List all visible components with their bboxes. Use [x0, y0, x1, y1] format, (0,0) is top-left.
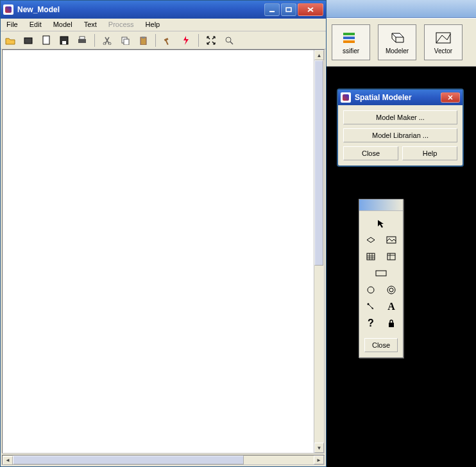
svg-rect-11: [124, 39, 129, 45]
vertical-scrollbar[interactable]: ▲ ▼: [314, 50, 324, 453]
window-title: New_Model: [17, 5, 264, 14]
model-maker-button[interactable]: Model Maker ...: [343, 110, 457, 124]
svg-rect-6: [78, 39, 86, 43]
classifier-button[interactable]: ssifier: [332, 24, 370, 60]
svg-rect-2: [24, 38, 32, 44]
dialog-title: Spatial Modeler: [355, 93, 441, 102]
new-folder-icon[interactable]: [21, 33, 35, 47]
close-button[interactable]: [298, 3, 323, 16]
scroll-thumb[interactable]: [314, 60, 323, 266]
svg-point-23: [368, 287, 374, 293]
titlebar: New_Model: [1, 1, 326, 19]
menu-help[interactable]: Help: [140, 19, 166, 31]
copy-icon[interactable]: [118, 33, 132, 47]
scroll-right-icon[interactable]: ►: [314, 455, 324, 464]
separator: [155, 34, 156, 47]
zoom-icon[interactable]: [222, 33, 236, 47]
toolbar: [1, 31, 326, 49]
separator: [94, 34, 95, 47]
cut-icon[interactable]: [100, 33, 114, 47]
svg-point-24: [387, 286, 395, 294]
menu-model[interactable]: Model: [47, 19, 78, 31]
background-window: ssifier Modeler Vector Spatial Modeler: [327, 0, 476, 467]
svg-rect-13: [142, 37, 145, 38]
lightning-icon[interactable]: [179, 33, 193, 47]
svg-rect-27: [389, 323, 394, 327]
scroll-left-icon[interactable]: ◄: [3, 456, 13, 465]
vector-icon: [434, 31, 452, 46]
spatial-modeler-dialog: Spatial Modeler Model Maker ... Model Li…: [337, 89, 464, 167]
svg-rect-22: [376, 271, 386, 276]
dialog-icon: [341, 92, 351, 103]
expand-icon[interactable]: [204, 33, 218, 47]
raster-tool[interactable]: [362, 233, 380, 247]
svg-rect-1: [286, 8, 291, 12]
arrow-tool[interactable]: [372, 216, 390, 230]
menu-edit[interactable]: Edit: [24, 19, 47, 31]
parent-titlebar-fragment: [327, 0, 476, 18]
svg-point-25: [389, 288, 393, 292]
tool-palette: A ? Close: [359, 199, 404, 358]
model-librarian-button[interactable]: Model Librarian ...: [343, 128, 457, 142]
paste-icon[interactable]: [136, 33, 150, 47]
vector-label: Vector: [434, 47, 452, 55]
menubar: File Edit Model Text Process Help: [1, 19, 326, 31]
circle-tool[interactable]: [362, 283, 380, 297]
text-tool[interactable]: A: [382, 300, 400, 314]
modeler-label: Modeler: [386, 47, 409, 55]
classifier-label: ssifier: [343, 47, 359, 55]
svg-point-14: [226, 37, 231, 42]
help-tool[interactable]: ?: [362, 316, 380, 330]
parent-toolbar: ssifier Modeler Vector: [327, 18, 476, 67]
function-tool[interactable]: [382, 283, 400, 297]
scroll-up-icon[interactable]: ▲: [314, 50, 324, 60]
menu-text[interactable]: Text: [78, 19, 103, 31]
svg-rect-21: [387, 253, 395, 260]
new-icon[interactable]: [39, 33, 53, 47]
model-window: New_Model File Edit Model Text Process H…: [0, 0, 327, 467]
print-icon[interactable]: [75, 33, 89, 47]
dialog-close-btn[interactable]: Close: [343, 146, 398, 160]
svg-rect-17: [343, 40, 355, 43]
canvas[interactable]: ▲ ▼: [2, 49, 325, 454]
horizontal-scrollbar[interactable]: ◄ ►: [2, 455, 325, 465]
scroll-down-icon[interactable]: ▼: [314, 443, 324, 453]
scalar-tool[interactable]: [372, 266, 390, 280]
svg-rect-7: [80, 37, 85, 39]
palette-titlebar[interactable]: [359, 200, 403, 211]
app-icon: [3, 4, 13, 15]
palette-close-button[interactable]: Close: [364, 338, 398, 352]
dialog-help-btn[interactable]: Help: [402, 146, 457, 160]
menu-process[interactable]: Process: [103, 19, 140, 31]
classifier-icon: [342, 31, 360, 46]
minimize-button[interactable]: [264, 3, 280, 16]
vector-button[interactable]: Vector: [424, 24, 463, 60]
connect-tool[interactable]: [362, 300, 380, 314]
svg-rect-16: [343, 37, 355, 39]
dialog-close-button[interactable]: [441, 92, 460, 103]
maximize-button[interactable]: [281, 3, 296, 16]
svg-rect-20: [367, 253, 375, 260]
matrix-tool[interactable]: [362, 250, 380, 264]
svg-rect-0: [269, 11, 275, 12]
svg-rect-5: [62, 41, 66, 44]
svg-rect-15: [343, 33, 355, 35]
svg-rect-3: [43, 36, 49, 44]
save-icon[interactable]: [57, 33, 71, 47]
menu-file[interactable]: File: [1, 19, 24, 31]
modeler-button[interactable]: Modeler: [378, 24, 416, 60]
open-icon[interactable]: [3, 33, 17, 47]
separator: [198, 34, 199, 47]
table-tool[interactable]: [382, 250, 400, 264]
lock-tool[interactable]: [382, 316, 400, 330]
modeler-icon: [388, 31, 406, 46]
image-tool[interactable]: [382, 233, 400, 247]
hscroll-thumb[interactable]: [13, 455, 244, 464]
hammer-icon[interactable]: [161, 33, 175, 47]
